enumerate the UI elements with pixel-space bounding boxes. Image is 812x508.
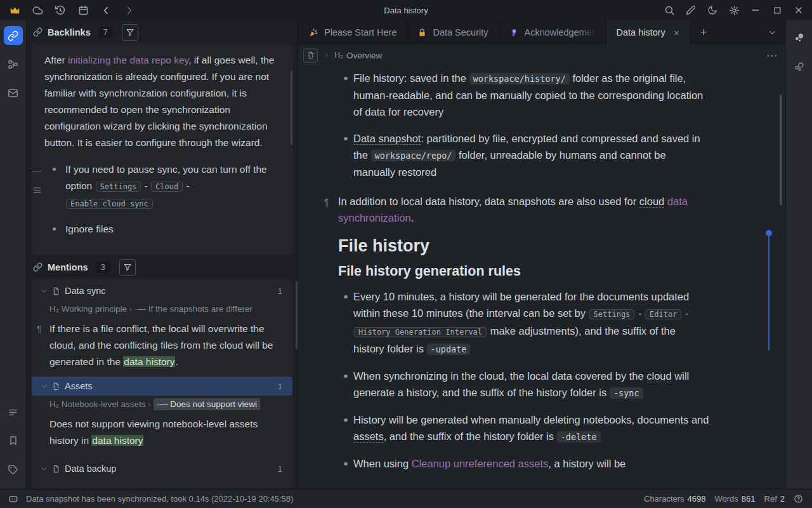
mention-breadcrumb[interactable]: H₂ Working principle › ·— If the snapsho… <box>32 300 292 318</box>
chevron-down-icon[interactable] <box>41 383 48 390</box>
global-graph-dock-button[interactable] <box>790 57 809 76</box>
breadcrumb-heading-title[interactable]: Overview <box>346 51 382 60</box>
right-dock <box>785 20 812 489</box>
more-options-icon[interactable]: ⋯ <box>766 49 778 62</box>
pilcrow-icon: ¶ <box>37 321 42 337</box>
tab-close-icon[interactable]: × <box>674 27 679 38</box>
snapshot-icon <box>8 494 18 504</box>
kbd-chip: Settings <box>589 309 635 319</box>
theme-moon-icon[interactable] <box>704 2 721 18</box>
tab-data-history[interactable]: Data history × <box>606 20 690 44</box>
mentions-filter-button[interactable] <box>119 259 136 276</box>
breadcrumb-doc-button[interactable] <box>303 48 318 63</box>
inline-link[interactable]: initializing the data repo key <box>68 55 188 65</box>
mention-breadcrumb[interactable]: H₂ Notebook-level assets › ·— Does not s… <box>32 396 292 413</box>
minimize-icon[interactable] <box>747 2 764 18</box>
breadcrumb-heading-tag: H₂ <box>334 51 343 60</box>
gutter-list-icon[interactable] <box>32 185 42 195</box>
forward-icon[interactable] <box>121 2 137 18</box>
doc-heading-1[interactable]: File history <box>338 237 709 254</box>
mentions-title: Mentions <box>48 262 88 272</box>
outline-dock-button[interactable] <box>4 403 23 422</box>
text-run: ·— If the snapshots are differer <box>134 304 252 314</box>
maximize-icon[interactable] <box>769 2 785 18</box>
doc-bullet[interactable]: Every 10 minutes, a history will be gene… <box>338 288 709 358</box>
backlinks-count-badge: 7 <box>98 27 113 38</box>
backlinks-chain-icon <box>33 27 43 37</box>
graph-dock-button[interactable] <box>4 55 23 74</box>
search-icon[interactable] <box>661 2 678 18</box>
text-run: , if all goes well, the synchronization … <box>44 55 274 148</box>
document-content[interactable]: File history: saved in the workspace/his… <box>298 66 785 489</box>
inline-link[interactable]: Cleanup unreferenced assets <box>412 458 549 469</box>
backlinks-header[interactable]: Backlinks 7 <box>27 20 298 44</box>
backlinks-panel: Backlinks 7 After initializing the data … <box>27 20 298 489</box>
graph-view-dock-button[interactable] <box>790 28 809 47</box>
editor-area: Please Start Here Data Security Acknowle… <box>298 20 785 489</box>
backlink-bullet-text: Ignore files <box>65 224 114 234</box>
kbd-chip: Enable cloud sync <box>66 199 153 209</box>
edit-pencil-icon[interactable] <box>683 2 699 18</box>
mention-paragraph[interactable]: Does not support viewing notebook-level … <box>32 413 292 455</box>
tab-label: Please Start Here <box>324 27 396 37</box>
tree-row-data-sync[interactable]: Data sync 1 <box>32 281 292 300</box>
ref-text[interactable]: Data snapshot <box>353 133 421 145</box>
status-bar: Data snapshot has been synchronized, too… <box>0 489 812 508</box>
backlinks-scrollbar[interactable] <box>291 71 292 145</box>
chevron-down-icon[interactable] <box>41 465 48 472</box>
tab-acknowledgements[interactable]: Acknowledgemen <box>499 20 606 44</box>
backlinks-filter-button[interactable] <box>122 24 138 41</box>
help-icon[interactable] <box>794 494 803 504</box>
text-run: History will be generated when manually … <box>353 414 709 425</box>
chevron-down-icon[interactable] <box>41 288 48 295</box>
settings-gear-icon[interactable] <box>726 2 742 18</box>
doc-bullet-text: When synchronizing in the cloud, the loc… <box>353 370 689 398</box>
workspace-icon[interactable] <box>6 2 23 18</box>
ref-text[interactable]: cloud <box>646 370 671 382</box>
text-run: - <box>141 180 150 191</box>
back-icon[interactable] <box>98 2 114 18</box>
ref-text[interactable]: assets <box>353 431 384 443</box>
doc-bullet[interactable]: History will be generated when manually … <box>338 411 709 445</box>
inline-code: -delete <box>557 431 601 443</box>
crumb-chip: ·— Does not support viewi <box>154 398 260 410</box>
backlink-list-item[interactable]: — If you need to pause sync, you can tur… <box>44 161 280 212</box>
party-popper-icon <box>308 27 318 37</box>
close-icon[interactable] <box>790 2 807 18</box>
tab-data-security[interactable]: Data Security <box>407 20 498 44</box>
tree-label: Data sync <box>65 286 105 296</box>
tab-list-chevron-button[interactable] <box>768 20 776 44</box>
tree-row-data-backup[interactable]: Data backup 1 <box>32 459 292 478</box>
tree-row-assets[interactable]: Assets 1 <box>32 377 292 396</box>
daily-note-icon[interactable] <box>75 2 91 18</box>
ref-counter: Ref2 <box>764 494 785 504</box>
tag-dock-button[interactable] <box>4 460 23 479</box>
backlinks-dock-button[interactable] <box>4 26 23 45</box>
tab-please-start-here[interactable]: Please Start Here <box>298 20 407 44</box>
doc-heading-2[interactable]: File history generation rules <box>338 263 709 279</box>
editor-scrollbar[interactable] <box>780 95 782 205</box>
mentions-scrollbar[interactable] <box>296 281 298 349</box>
text-run: File history: saved in the <box>353 72 469 84</box>
doc-bullet[interactable]: When using Cleanup unreferenced assets, … <box>338 455 709 472</box>
backlinks-result-block[interactable]: After initializing the data repo key, if… <box>32 44 292 255</box>
data-history-icon[interactable] <box>52 2 69 18</box>
new-tab-button[interactable]: + <box>690 20 717 44</box>
doc-paragraph[interactable]: ¶ In addition to local data history, dat… <box>338 193 709 226</box>
tree-count: 1 <box>278 382 282 391</box>
doc-bullet[interactable]: When synchronizing in the cloud, the loc… <box>338 368 709 401</box>
bookmark-dock-button[interactable] <box>4 431 23 450</box>
backlink-list-item[interactable]: Ignore files <box>44 221 280 237</box>
tree-count: 1 <box>278 464 282 474</box>
ref-text[interactable]: cloud <box>639 196 664 208</box>
mention-paragraph[interactable]: ¶ If there is a file conflict, the local… <box>32 318 292 377</box>
doc-bullet[interactable]: Data snapshot: partitioned by file, encr… <box>338 130 709 180</box>
tree-label: Data backup <box>65 464 116 474</box>
inbox-mail-dock-button[interactable] <box>4 83 23 102</box>
cloud-sync-icon[interactable] <box>29 2 46 18</box>
doc-bullet[interactable]: File history: saved in the workspace/his… <box>338 70 709 120</box>
gutter-dash-icon[interactable]: — <box>32 162 42 178</box>
backlink-paragraph[interactable]: After initializing the data repo key, if… <box>44 52 280 151</box>
mentions-header[interactable]: Mentions 3 <box>27 255 298 279</box>
document-icon <box>52 287 60 295</box>
